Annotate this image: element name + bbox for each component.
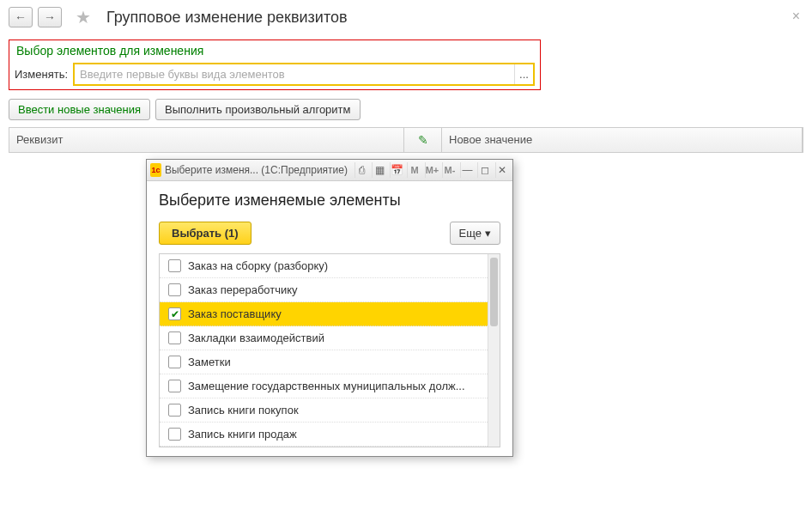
print-icon[interactable]: ⎙ <box>354 162 368 178</box>
dialog-titlebar[interactable]: 1c Выберите изменя... (1С:Предприятие) ⎙… <box>147 160 512 181</box>
col-requisite: Реквизит <box>9 128 404 152</box>
favorite-star-icon[interactable]: ★ <box>74 8 93 27</box>
select-type-button[interactable]: ... <box>514 64 533 84</box>
checkbox[interactable] <box>168 356 181 368</box>
list-item[interactable]: ✔Заказ поставщику <box>160 302 488 326</box>
list-item[interactable]: Закладки взаимодействий <box>160 326 488 350</box>
page-title: Групповое изменение реквизитов <box>106 9 348 27</box>
col-new-value: Новое значение <box>442 128 803 152</box>
list-item-label: Запись книги покупок <box>188 404 299 417</box>
checkbox[interactable] <box>168 283 181 296</box>
change-field-label: Изменять: <box>9 68 73 81</box>
scroll-thumb[interactable] <box>490 258 498 326</box>
section-title: Выбор элементов для изменения <box>9 40 540 59</box>
checkbox[interactable]: ✔ <box>168 307 181 320</box>
list-item[interactable]: Замещение государственных муниципальных … <box>160 374 488 398</box>
memory-mplus-button[interactable]: M+ <box>425 162 439 178</box>
close-icon[interactable]: × <box>792 9 800 24</box>
dialog-close-icon[interactable]: ✕ <box>495 162 509 178</box>
checkbox[interactable] <box>168 331 181 344</box>
calc-icon[interactable]: ▦ <box>372 162 385 178</box>
list-item[interactable]: Запись книги покупок <box>160 398 488 423</box>
list-item-label: Запись книги продаж <box>188 428 297 441</box>
list-item[interactable]: Заказ на сборку (разборку) <box>160 254 488 278</box>
checkbox[interactable] <box>168 428 181 441</box>
list-item-label: Замещение государственных муниципальных … <box>188 380 465 392</box>
list-item-label: Заметки <box>188 356 231 368</box>
enter-values-button[interactable]: Ввести новые значения <box>9 99 150 120</box>
checkbox[interactable] <box>168 380 181 392</box>
dialog-title: Выберите изменя... (1С:Предприятие) <box>165 164 348 176</box>
minimize-icon[interactable]: — <box>460 162 474 178</box>
list-item[interactable]: Запись книги продаж <box>160 423 488 447</box>
element-type-input[interactable] <box>75 64 514 84</box>
more-button[interactable]: Еще ▾ <box>450 222 500 245</box>
list-item[interactable]: Заказ переработчику <box>160 278 488 302</box>
memory-mminus-button[interactable]: M- <box>442 162 456 178</box>
list-item-label: Заказ переработчику <box>188 283 298 296</box>
list-item-label: Закладки взаимодействий <box>188 331 324 344</box>
checkbox[interactable] <box>168 404 181 417</box>
selection-section: Выбор элементов для изменения Изменять: … <box>9 40 541 90</box>
chevron-down-icon: ▾ <box>485 227 491 240</box>
pencil-icon: ✎ <box>418 133 428 147</box>
list-scrollbar[interactable] <box>488 254 500 447</box>
nav-back-button[interactable]: ← <box>9 7 33 27</box>
list-item-label: Заказ на сборку (разборку) <box>188 259 328 272</box>
nav-forward-button[interactable]: → <box>38 7 62 27</box>
select-elements-dialog: 1c Выберите изменя... (1С:Предприятие) ⎙… <box>146 159 513 457</box>
checkbox[interactable] <box>168 259 181 272</box>
select-button[interactable]: Выбрать (1) <box>159 222 251 245</box>
elements-list: Заказ на сборку (разборку)Заказ перерабо… <box>159 253 500 447</box>
list-item-label: Заказ поставщику <box>188 307 282 320</box>
calendar-icon[interactable]: 📅 <box>390 162 403 178</box>
more-button-label: Еще <box>459 227 482 240</box>
dialog-heading: Выберите изменяемые элементы <box>159 192 500 210</box>
list-item[interactable]: Заметки <box>160 350 488 374</box>
run-algorithm-button[interactable]: Выполнить произвольный алгоритм <box>155 99 360 120</box>
memory-m-button[interactable]: M <box>407 162 421 178</box>
col-edit-icon: ✎ <box>404 128 442 152</box>
maximize-icon[interactable]: ◻ <box>477 162 491 178</box>
change-field-wrap: ... <box>73 63 535 86</box>
app-logo-icon: 1c <box>150 163 161 177</box>
grid-header: Реквизит ✎ Новое значение <box>9 127 803 153</box>
